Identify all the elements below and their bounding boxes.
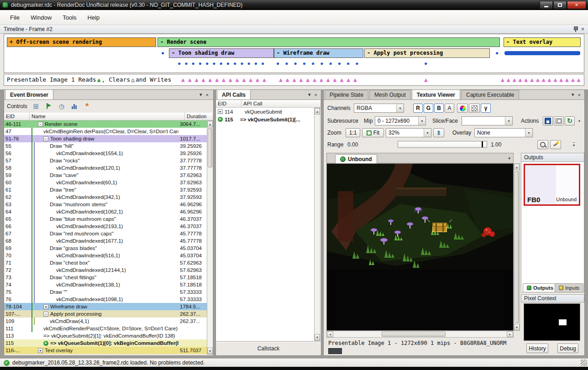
autofit-range-button[interactable] bbox=[550, 140, 561, 149]
event-row[interactable]: 65 Draw "blue mushroom caps" 46.37037 bbox=[4, 215, 207, 223]
close-panel-icon[interactable]: × bbox=[581, 26, 584, 32]
menu-item[interactable]: Tools bbox=[57, 12, 82, 23]
expander-toggle[interactable]: - bbox=[38, 122, 43, 127]
checkerboard-background-button[interactable] bbox=[469, 104, 480, 113]
event-row[interactable]: 59 Draw "cave" 37.62963 bbox=[4, 172, 207, 179]
event-row[interactable]: 113 => vkQueueSubmit(2)[1]: vkEndCommand… bbox=[4, 332, 207, 339]
expander-toggle[interactable]: - bbox=[43, 136, 48, 141]
event-row[interactable]: 116-... + Text overlay 511.7037 bbox=[4, 347, 207, 354]
scrollbar-thumb[interactable] bbox=[382, 332, 446, 337]
color-wheel-button[interactable] bbox=[457, 104, 468, 113]
scroll-right-button[interactable]: ▸ bbox=[507, 331, 513, 337]
gamma-button[interactable]: γ bbox=[481, 104, 491, 113]
expander-toggle[interactable]: + bbox=[218, 109, 223, 114]
event-row[interactable]: 78-104 + Wireframe draw 1784.5... bbox=[4, 303, 207, 310]
event-dot[interactable]: ● bbox=[161, 50, 164, 56]
scroll-up-button[interactable]: ▲ bbox=[514, 164, 520, 170]
zoom-fit-button[interactable]: Fit bbox=[362, 128, 384, 137]
column-header-eid[interactable]: EID bbox=[4, 113, 30, 120]
tab-mesh-output[interactable]: Mesh Output bbox=[369, 90, 411, 99]
fb0-thumbnail[interactable]: FB0 Unbound bbox=[524, 164, 580, 206]
save-texture-button[interactable] bbox=[543, 116, 553, 125]
close-panel-icon[interactable]: × bbox=[578, 92, 581, 98]
scroll-up-button[interactable]: ▲ bbox=[207, 121, 213, 127]
tab-outputs[interactable]: Outputs bbox=[523, 283, 557, 292]
event-row[interactable]: 70 vkCmdDrawIndexed(516,1) 45.03704 bbox=[4, 252, 207, 259]
zoom-level-combo[interactable]: 32% ▾ bbox=[386, 128, 431, 137]
callstack-section[interactable]: Callstack bbox=[216, 341, 321, 355]
scrollbar-thumb[interactable] bbox=[208, 128, 212, 167]
history-button[interactable]: History bbox=[526, 344, 548, 353]
event-row[interactable]: 72 vkCmdDrawIndexed(12144,1) 57.62963 bbox=[4, 266, 207, 274]
timeline-block-offscreen[interactable]: + Off-screen scene rendering bbox=[7, 37, 156, 47]
column-header-eid[interactable]: EID bbox=[216, 100, 242, 107]
timeline-block-post-processing[interactable]: - Apply post processing bbox=[364, 48, 490, 58]
event-row[interactable]: 76 vkCmdDrawIndexed(1098,1) 57.33333 bbox=[4, 296, 207, 303]
close-panel-icon[interactable]: × bbox=[315, 92, 317, 98]
statistics-icon[interactable] bbox=[70, 102, 79, 110]
zoom-range-button[interactable] bbox=[537, 140, 548, 149]
mip-dropdown[interactable]: 0 - 1272x690 ▾ bbox=[375, 116, 426, 125]
tab-pipeline-state[interactable]: Pipeline State bbox=[325, 90, 368, 99]
event-row[interactable]: 64 vkCmdDrawIndexed(1062,1) 46.96296 bbox=[4, 208, 207, 215]
writes-markers[interactable]: ▲▲▲▲▲▲▲▲▲▲▲▲▲▲ bbox=[501, 76, 583, 83]
find-event-icon[interactable]: * bbox=[83, 102, 91, 110]
texture-list-dropdown-icon[interactable]: ▾ bbox=[508, 156, 510, 161]
event-row[interactable]: 60 vkCmdDrawIndexed(60,1) 37.62963 bbox=[4, 179, 207, 186]
event-browser-scrollbar[interactable]: ▲ ▼ bbox=[207, 120, 213, 354]
bookmark-flag-icon[interactable] bbox=[45, 102, 53, 110]
event-row[interactable]: 58 vkCmdDrawIndexed(120,1) 37.77778 bbox=[4, 164, 207, 172]
writes-markers[interactable]: ▲▲▲▲▲▲▲▲▲▲▲▲▲ bbox=[181, 76, 269, 83]
texture-horizontal-scrollbar[interactable]: ◂ ▸ bbox=[326, 331, 514, 338]
range-min-value[interactable]: 0.00 bbox=[347, 141, 358, 148]
expander-toggle[interactable]: + bbox=[43, 304, 48, 309]
event-row[interactable]: 63 Draw "mushroom stems" 46.96296 bbox=[4, 201, 207, 208]
api-call-row[interactable]: + 114 vkQueueSubmit bbox=[216, 108, 321, 115]
channel-g-button[interactable]: G bbox=[424, 104, 433, 113]
overlay-dropdown[interactable]: None ▾ bbox=[474, 128, 533, 137]
tab-inputs[interactable]: Inputs bbox=[555, 283, 583, 292]
event-row[interactable]: 57 Draw "rocks" 37.77778 bbox=[4, 157, 207, 164]
event-row[interactable]: 67 Draw "red mushroom caps" 45.77778 bbox=[4, 230, 207, 237]
scrollbar-thumb[interactable] bbox=[514, 171, 519, 323]
tab-capture-executable[interactable]: Capture Executable bbox=[461, 90, 519, 99]
api-call-row[interactable]: 115 => vkQueueSubmit(1)[... bbox=[216, 115, 321, 123]
event-row[interactable]: 47 vkCmdBeginRen derPass(C=Clear, D=Clea… bbox=[4, 128, 207, 135]
event-dot[interactable]: ● bbox=[424, 61, 427, 66]
event-row[interactable]: 68 vkCmdDrawIndexed(1677,1) 45.77778 bbox=[4, 237, 207, 245]
tab-api-calls[interactable]: API Calls bbox=[217, 89, 251, 99]
event-row[interactable]: 74 vkCmdDrawIndexed(138,1) 57.18518 bbox=[4, 281, 207, 288]
api-calls-scrollbar[interactable]: ▲ ▼ bbox=[314, 108, 320, 341]
filter-settings-icon[interactable]: ⊞ bbox=[32, 102, 40, 110]
event-row[interactable]: 66 vkCmdDrawIndexed(2193,1) 46.37037 bbox=[4, 223, 207, 230]
range-max-value[interactable]: 1.00 bbox=[491, 141, 501, 148]
scroll-down-button[interactable]: ▼ bbox=[207, 348, 213, 354]
toolbar-overflow-icon[interactable]: ▾ bbox=[578, 119, 580, 123]
tab-unbound-texture[interactable]: Unbound bbox=[335, 154, 377, 164]
pin-icon[interactable] bbox=[574, 26, 578, 32]
timeline-block-render-scene[interactable]: - Render scene bbox=[158, 37, 500, 47]
writes-markers[interactable]: ▲▲▲▲▲▲▲▲▲▲▲▲ bbox=[279, 76, 360, 83]
scroll-down-button[interactable]: ▼ bbox=[514, 324, 520, 330]
event-row[interactable]: 61 Draw "tree" 37.92593 bbox=[4, 186, 207, 193]
expander-toggle[interactable]: + bbox=[38, 348, 43, 353]
event-row[interactable]: 46-111 - Render scene 3064.7... bbox=[4, 120, 207, 128]
time-durations-icon[interactable]: ◷ bbox=[58, 102, 66, 110]
resize-grip[interactable] bbox=[581, 360, 587, 366]
event-row[interactable]: 71 Draw "chest box" 57.62963 bbox=[4, 259, 207, 266]
text-overlay-event-bar[interactable] bbox=[504, 51, 580, 55]
event-row[interactable]: 75 Draw "" 57.33333 bbox=[4, 288, 207, 296]
debug-button[interactable]: Debug bbox=[557, 344, 578, 353]
dock-menu-icon[interactable]: ▾ bbox=[200, 92, 202, 98]
event-row[interactable]: 51-76 - Toon shading draw 1017.7... bbox=[4, 135, 207, 142]
event-row[interactable]: 115 => vkQueueSubmit(1)[0]: vkBeginComma… bbox=[4, 339, 207, 347]
pixel-context-display[interactable] bbox=[524, 303, 580, 341]
range-slider[interactable] bbox=[398, 141, 487, 148]
texture-display[interactable] bbox=[326, 163, 514, 331]
timeline-block-text-overlay[interactable]: - Text overlay bbox=[504, 37, 581, 47]
dock-menu-icon[interactable]: ▾ bbox=[572, 92, 574, 98]
scroll-up-button[interactable]: ▲ bbox=[315, 108, 320, 115]
event-row[interactable]: 109 vkCmdDraw(4,1) 262.37... bbox=[4, 318, 207, 325]
texture-vertical-scrollbar[interactable]: ▲ ▼ bbox=[514, 163, 520, 331]
event-row[interactable]: 62 vkCmdDrawIndexed(342,1) 37.92593 bbox=[4, 193, 207, 201]
